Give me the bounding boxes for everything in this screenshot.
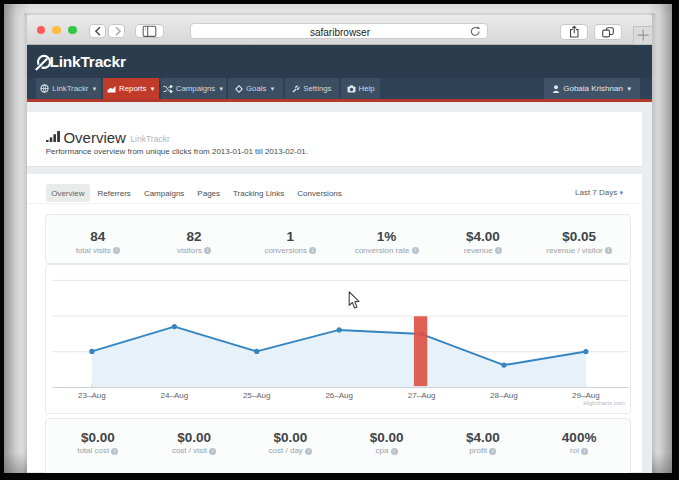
svg-text:27–Aug: 27–Aug (407, 390, 435, 399)
svg-text:Highcharts.com: Highcharts.com (583, 400, 625, 406)
svg-text:23–Aug: 23–Aug (78, 390, 106, 399)
svg-text:29–Aug: 29–Aug (572, 390, 600, 399)
svg-text:26–Aug: 26–Aug (325, 390, 353, 399)
svg-text:25–Aug: 25–Aug (242, 390, 270, 399)
svg-text:24–Aug: 24–Aug (160, 390, 188, 399)
svg-text:28–Aug: 28–Aug (490, 390, 518, 399)
